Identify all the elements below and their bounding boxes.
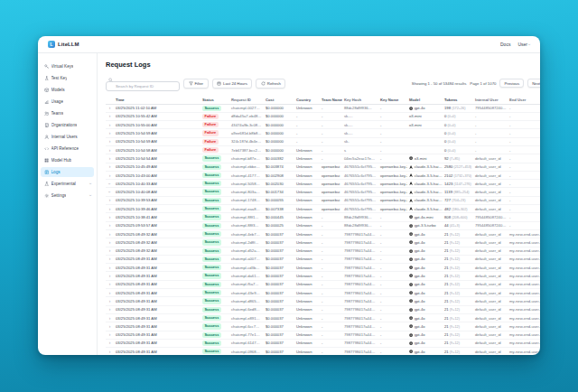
- chevron-right-icon[interactable]: ›: [106, 316, 114, 321]
- user-menu[interactable]: User ›: [517, 42, 530, 47]
- cell-request-id[interactable]: chatcmpl-a007…: [229, 257, 264, 261]
- chevron-right-icon[interactable]: ›: [106, 164, 114, 169]
- sidebar-item-organizations[interactable]: Organizations: [41, 120, 94, 130]
- chevron-right-icon[interactable]: ›: [106, 332, 114, 337]
- chevron-right-icon[interactable]: ›: [106, 240, 114, 245]
- chevron-right-icon[interactable]: ›: [106, 299, 114, 303]
- chevron-right-icon[interactable]: ›: [106, 173, 114, 178]
- chevron-right-icon[interactable]: ›: [106, 248, 114, 253]
- sidebar-item-teams[interactable]: Teams: [41, 108, 94, 118]
- cell-request-id[interactable]: chatcmpl-cd3b…: [229, 266, 264, 270]
- chevron-right-icon[interactable]: ›: [106, 215, 114, 219]
- cell-request-id[interactable]: chatcmpl-ebbe…: [229, 164, 264, 169]
- chevron-right-icon[interactable]: ›: [106, 198, 114, 202]
- cell-internal-user: default_user_id: [473, 257, 508, 261]
- sidebar-item-logs[interactable]: Logs: [41, 167, 94, 177]
- cell-request-id[interactable]: d8da45a7-eb48…: [229, 114, 264, 118]
- sidebar-item-test-key[interactable]: Test Key: [41, 73, 94, 83]
- sidebar-item-api-reference[interactable]: API Reference: [41, 144, 94, 154]
- next-page-button[interactable]: Next: [527, 79, 540, 88]
- cell-request-id[interactable]: 7eb67387-bcc2…: [229, 148, 264, 153]
- chevron-right-icon[interactable]: ›: [106, 324, 114, 329]
- cell-internal-user: default_user_id: [473, 316, 508, 321]
- column-header-tokens[interactable]: Tokens: [443, 98, 473, 102]
- sidebar-item-virtual-keys[interactable]: Virtual Keys: [41, 61, 94, 71]
- cell-request-id[interactable]: chatcmpl-d865…: [229, 299, 264, 303]
- cell-request-id[interactable]: chatcmpl-0027…: [229, 106, 264, 110]
- cell-request-id[interactable]: chatcmpl-803a…: [229, 190, 264, 194]
- cell-request-id[interactable]: chatcmpl-4eb7…: [229, 232, 264, 237]
- column-header-team-name[interactable]: Team Name: [320, 98, 342, 102]
- cell-internal-user: default_user_id: [473, 324, 508, 329]
- chevron-right-icon[interactable]: ›: [106, 307, 114, 312]
- cell-request-id[interactable]: chatcmpl-eaa8…: [229, 207, 264, 211]
- sidebar-item-usage[interactable]: Usage: [41, 97, 94, 107]
- cell-request-id[interactable]: chatcmpl-d52a…: [229, 248, 264, 253]
- column-header-country[interactable]: Country: [294, 98, 320, 102]
- cell-request-id[interactable]: 324c187d-4b4e…: [229, 139, 264, 144]
- cell-request-id[interactable]: chatcmpl-4177…: [229, 173, 264, 178]
- chevron-right-icon[interactable]: ›: [106, 257, 114, 261]
- chevron-right-icon[interactable]: ›: [106, 106, 114, 110]
- chevron-right-icon[interactable]: ›: [106, 131, 114, 135]
- cell-request-id[interactable]: chatcmpl-b87e…: [229, 156, 264, 161]
- column-header-model[interactable]: Model: [407, 98, 443, 102]
- cell-request-id[interactable]: chatcmpl-da61…: [229, 274, 264, 278]
- sidebar-item-internal-users[interactable]: Internal Users: [41, 132, 94, 142]
- column-header-request-id[interactable]: Request ID: [229, 98, 264, 102]
- column-header-key-hash[interactable]: Key Hash: [342, 98, 378, 102]
- filter-button[interactable]: Filter: [183, 79, 209, 89]
- column-header-time[interactable]: Time: [114, 98, 200, 102]
- cell-request-id[interactable]: chatcmpl-e891…: [229, 316, 264, 321]
- sidebar-item-model-hub[interactable]: Model Hub: [41, 155, 94, 165]
- chevron-right-icon[interactable]: ›: [106, 274, 114, 278]
- sidebar-item-models[interactable]: Models: [41, 85, 94, 95]
- cell-request-id[interactable]: chatcmpl-6147…: [229, 341, 264, 345]
- sidebar-item-settings[interactable]: Settings›: [41, 191, 94, 201]
- cell-request-id[interactable]: 43474a9b-3c08…: [229, 123, 264, 127]
- column-header-end-user[interactable]: End User: [508, 98, 540, 102]
- chevron-right-icon[interactable]: ›: [106, 291, 114, 295]
- cell-request-id[interactable]: chatcmpl-6cc7…: [229, 324, 264, 329]
- refresh-button[interactable]: Refresh: [256, 79, 285, 89]
- chevron-right-icon[interactable]: ›: [106, 350, 114, 354]
- chevron-right-icon[interactable]: ›: [106, 266, 114, 270]
- cell-request-id[interactable]: chatcmpl-43e9…: [229, 291, 264, 295]
- cell-request-id[interactable]: chatcmpl-5058…: [229, 182, 264, 186]
- chevron-right-icon[interactable]: ›: [106, 341, 114, 345]
- cell-request-id[interactable]: chatcmpl-88f1…: [229, 215, 264, 219]
- cell-request-id[interactable]: chatcmpl-1748…: [229, 198, 264, 202]
- cell-tokens: 482 (180+302): [443, 207, 473, 211]
- cell-cost: $0.000382: [264, 156, 294, 161]
- chevron-right-icon[interactable]: ›: [106, 114, 114, 118]
- cell-request-id[interactable]: chatcmpl-f5a7…: [229, 282, 264, 286]
- time-range-button[interactable]: Last 24 Hours: [212, 79, 253, 89]
- chevron-right-icon[interactable]: ›: [106, 139, 114, 144]
- chevron-right-icon[interactable]: ›: [106, 148, 114, 153]
- chevron-right-icon[interactable]: ›: [106, 282, 114, 286]
- column-header-cost[interactable]: Cost: [264, 98, 294, 102]
- cell-time: 03/25/2025 10:39:46 AM: [114, 207, 200, 211]
- cell-request-id[interactable]: chatcmpl-6ed8…: [229, 307, 264, 312]
- docs-link[interactable]: Docs: [500, 42, 510, 47]
- chevron-right-icon[interactable]: ›: [106, 123, 114, 127]
- cell-request-id[interactable]: chatcmpl-0968…: [229, 350, 264, 354]
- sidebar-item-experimental[interactable]: Experimental›: [41, 179, 94, 189]
- column-header-internal-user[interactable]: Internal User: [473, 98, 508, 102]
- cell-request-id[interactable]: a9ee681d-b8b8…: [229, 131, 264, 135]
- chevron-down-icon[interactable]: ›: [106, 182, 114, 186]
- cell-request-id[interactable]: chatcmpl-77e1…: [229, 332, 264, 337]
- column-header-status[interactable]: Status: [200, 98, 229, 102]
- chevron-down-icon[interactable]: ›: [106, 190, 114, 194]
- chevron-right-icon[interactable]: ›: [106, 207, 114, 211]
- cell-request-id[interactable]: chatcmpl-2d8f…: [229, 240, 264, 245]
- table-row: ›03/25/2025 08:49:31 AMSuccesschatcmpl-f…: [106, 281, 540, 289]
- cell-request-id[interactable]: chatcmpl-88f3…: [229, 223, 264, 228]
- search-input[interactable]: [106, 81, 180, 91]
- chevron-right-icon[interactable]: ›: [106, 232, 114, 237]
- chevron-right-icon[interactable]: ›: [106, 223, 114, 228]
- cell-status: Failure: [200, 114, 229, 119]
- previous-page-button[interactable]: Previous: [499, 79, 524, 88]
- chevron-right-icon[interactable]: ›: [106, 156, 114, 161]
- column-header-key-name[interactable]: Key Name: [378, 98, 407, 102]
